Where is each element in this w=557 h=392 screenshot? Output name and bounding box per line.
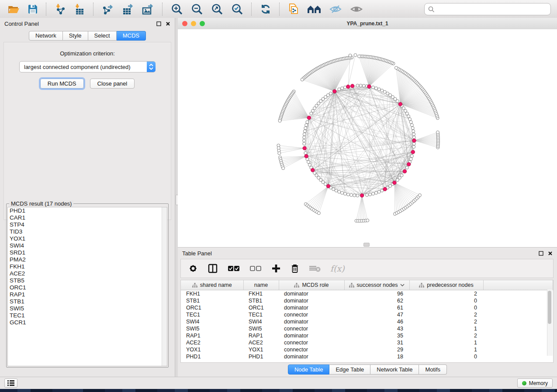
mcds-hub-node[interactable] (350, 84, 354, 88)
tab-mcds[interactable]: MCDS (117, 31, 146, 41)
close-mcds-panel-button[interactable]: Close panel (90, 79, 135, 89)
network-edge[interactable] (359, 56, 369, 86)
result-list-scrollbar[interactable] (162, 207, 167, 366)
hide-selected-button[interactable] (328, 3, 343, 15)
network-edge[interactable] (414, 135, 438, 141)
column-header-successor-nodes[interactable]: successor nodes (344, 280, 409, 290)
network-node[interactable] (372, 192, 375, 195)
network-edge[interactable] (394, 183, 419, 197)
table-row[interactable]: PHD1PHD1dominator180 (181, 353, 553, 360)
table-row[interactable]: FKH1FKH1dominator962 (181, 290, 553, 298)
table-row[interactable]: SWI4SWI4dominator462 (181, 318, 553, 325)
network-node[interactable] (346, 193, 349, 196)
column-header-MCDS-role[interactable]: MCDS role (279, 280, 344, 290)
network-edge[interactable] (358, 196, 362, 221)
network-node[interactable] (407, 115, 410, 118)
mcds-hub-node[interactable] (407, 162, 411, 166)
table-row[interactable]: YOX1YOX1connector291 (181, 346, 553, 353)
memory-button[interactable]: Memory (517, 378, 553, 388)
mcds-result-item[interactable]: ACE2 (8, 270, 167, 277)
mcds-hub-node[interactable] (367, 85, 371, 89)
network-node[interactable] (405, 166, 408, 169)
network-node[interactable] (377, 88, 381, 91)
network-edge[interactable] (311, 186, 329, 207)
mcds-result-item[interactable]: RAP1 (8, 291, 167, 298)
mcds-hub-node[interactable] (393, 181, 397, 185)
mcds-hub-node[interactable] (411, 150, 415, 154)
network-node[interactable] (412, 136, 415, 139)
table-row[interactable]: SWI5SWI5connector431 (181, 325, 553, 332)
mcds-result-item[interactable]: PHD1 (8, 207, 167, 214)
network-node[interactable] (303, 130, 306, 133)
mcds-hub-node[interactable] (304, 154, 308, 158)
tab-motifs[interactable]: Motifs (419, 364, 447, 375)
houses-button[interactable] (306, 3, 322, 15)
window-close-button[interactable] (182, 21, 187, 26)
mcds-hub-node[interactable] (307, 116, 311, 120)
network-node[interactable] (307, 161, 310, 164)
network-edge[interactable] (398, 69, 400, 104)
network-node[interactable] (303, 133, 306, 136)
network-node[interactable] (305, 124, 308, 127)
network-node[interactable] (365, 193, 368, 196)
zoom-in-button[interactable] (170, 2, 184, 16)
network-node[interactable] (341, 191, 344, 194)
deselect-all-button[interactable] (249, 265, 262, 272)
network-node[interactable] (372, 86, 375, 89)
task-history-button[interactable] (4, 378, 17, 388)
delete-table-button[interactable] (308, 264, 322, 273)
mcds-hub-node[interactable] (326, 184, 330, 188)
network-edge[interactable] (369, 62, 391, 86)
mcds-hub-node[interactable] (412, 139, 416, 143)
table-row[interactable]: TEC1TEC1connector472 (181, 311, 553, 318)
network-node[interactable] (343, 192, 346, 195)
network-node[interactable] (338, 88, 341, 91)
network-node[interactable] (369, 193, 372, 196)
mcds-hub-node[interactable] (403, 169, 407, 173)
float-panel-button[interactable] (156, 21, 161, 26)
close-table-panel-button[interactable] (548, 251, 553, 256)
open-file-button[interactable] (7, 3, 21, 15)
table-row[interactable]: RAP1RAP1dominator352 (181, 332, 553, 339)
network-canvas[interactable] (178, 29, 557, 247)
network-node[interactable] (409, 120, 412, 124)
table-settings-button[interactable] (188, 263, 198, 274)
tab-node-table[interactable]: Node Table (288, 364, 330, 375)
export-table-button[interactable] (121, 3, 135, 16)
search-input[interactable] (437, 4, 550, 14)
network-node[interactable] (409, 158, 412, 161)
network-edge[interactable] (279, 148, 304, 153)
network-edge[interactable] (309, 186, 329, 206)
satellite-node[interactable] (366, 219, 369, 222)
network-node[interactable] (310, 112, 313, 115)
satellite-node[interactable] (436, 131, 439, 134)
run-mcds-button[interactable]: Run MCDS (40, 79, 84, 89)
network-node[interactable] (412, 145, 415, 148)
duplicate-network-button[interactable] (287, 2, 300, 16)
network-node[interactable] (411, 127, 414, 130)
refresh-button[interactable] (259, 3, 272, 16)
satellite-node[interactable] (358, 55, 361, 58)
mcds-hub-node[interactable] (346, 85, 350, 89)
network-edge[interactable] (306, 186, 329, 204)
mcds-result-item[interactable]: SRD1 (8, 249, 167, 256)
satellite-node[interactable] (278, 151, 281, 155)
satellite-node[interactable] (317, 212, 320, 215)
network-edge[interactable] (278, 145, 304, 148)
satellite-node[interactable] (394, 66, 398, 69)
satellite-node[interactable] (301, 78, 304, 81)
mcds-result-item[interactable]: STB5 (8, 277, 167, 284)
network-edge[interactable] (283, 156, 306, 168)
table-row[interactable]: STB1STB1dominator620 (181, 297, 553, 304)
satellite-node[interactable] (278, 119, 281, 122)
network-edge[interactable] (314, 186, 328, 210)
column-header-predecessor-nodes[interactable]: predecessor nodes (409, 280, 483, 290)
network-edge[interactable] (414, 132, 438, 141)
column-header-name[interactable]: name (243, 280, 279, 290)
network-node[interactable] (410, 155, 413, 158)
mcds-hub-node[interactable] (383, 187, 387, 191)
network-edge[interactable] (315, 186, 329, 211)
mcds-result-item[interactable]: TEC1 (8, 312, 167, 319)
mcds-result-item[interactable]: STP4 (8, 221, 167, 228)
float-table-panel-button[interactable] (539, 251, 543, 256)
